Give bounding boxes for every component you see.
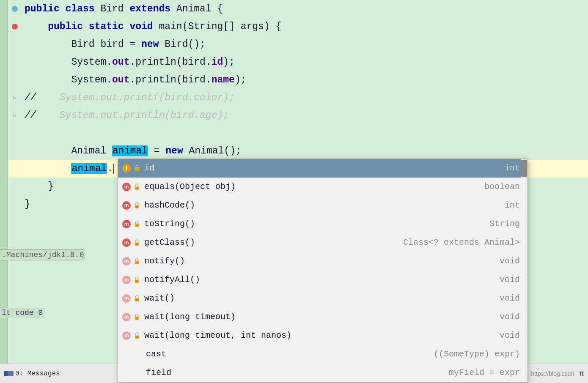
gutter-arrow-6: ▷	[13, 90, 16, 106]
ac-type-9: void	[500, 328, 523, 343]
editor-area: public class Bird extends Animal { publi…	[0, 0, 588, 364]
ac-name-0: id	[144, 161, 505, 176]
ac-lock-8: 🔒	[132, 313, 141, 321]
autocomplete-popup[interactable]: f 🔒 id int m 🔒 equals(Object obj) boolea…	[118, 159, 528, 383]
ac-icon-m-2: m	[122, 201, 131, 210]
ac-type-3: String	[489, 216, 523, 232]
ac-item-4[interactable]: m 🔒 getClass() Class<? extends Animal>	[118, 233, 528, 252]
ac-name-4: getClass()	[144, 235, 403, 250]
ac-icons-6: m 🔒	[122, 276, 141, 284]
gutter-1	[8, 6, 21, 12]
ac-item-1[interactable]: m 🔒 equals(Object obj) boolean	[118, 178, 528, 196]
status-text: lt code 0	[2, 309, 43, 317]
code-line-4: System.out.println(bird.id);	[8, 53, 588, 71]
ac-lock-9: 🔒	[132, 331, 141, 340]
line-content-3: Bird bird = new Bird();	[21, 36, 206, 52]
ac-item-6[interactable]: m 🔒 notifyAll() void	[118, 271, 528, 289]
ac-icons-3: m 🔒	[122, 220, 141, 228]
ac-type-11: myField = expr	[449, 365, 523, 380]
line-content-11: }	[21, 178, 54, 194]
ac-item-11[interactable]: field myField = expr	[118, 364, 528, 382]
gutter-dot-2	[12, 24, 18, 30]
jdk-path-text: .Machines/jdk1.8.0_1	[2, 251, 85, 259]
ac-lock-3: 🔒	[132, 220, 141, 228]
ac-icon-m-8: m	[122, 313, 131, 321]
ac-name-8: wait(long timeout)	[144, 309, 500, 325]
ac-icons-9: m 🔒	[122, 331, 141, 340]
code-line-7: ▷ // System.out.println(bird.age);	[8, 107, 588, 124]
ac-type-10: ((SomeType) expr)	[434, 347, 523, 362]
line-content-8	[21, 125, 30, 141]
ac-icons-0: f 🔒	[122, 164, 141, 172]
ac-name-1: equals(Object obj)	[144, 179, 484, 194]
ac-item-9[interactable]: m 🔒 wait(long timeout, int nanos) void	[118, 326, 528, 345]
ac-icon-m-1: m	[122, 183, 131, 191]
line-content-10: animal.	[21, 161, 114, 177]
code-line-3: Bird bird = new Bird();	[8, 36, 588, 53]
ac-name-2: hashCode()	[144, 198, 505, 213]
ac-item-0[interactable]: f 🔒 id int	[118, 159, 528, 178]
code-line-1: public class Bird extends Animal {	[8, 0, 588, 18]
svg-rect-1	[4, 371, 8, 376]
line-content-12: }	[21, 196, 30, 212]
code-line-6: ▷ // System.out.printf(bird.color);	[8, 89, 588, 107]
gutter-arrow-1	[12, 6, 18, 12]
gutter-6: ▷	[8, 90, 21, 106]
messages-label: 0: Messages	[15, 370, 60, 378]
ac-item-10[interactable]: cast ((SomeType) expr)	[118, 345, 528, 364]
ac-scrollbar[interactable]	[521, 159, 528, 178]
ac-type-4: Class<? extends Animal>	[403, 235, 523, 250]
messages-section[interactable]: 0: Messages	[4, 370, 60, 378]
ac-icon-m-4: m	[122, 238, 131, 247]
code-line-2: public static void main(String[] args) {	[8, 18, 588, 36]
ac-icons-4: m 🔒	[122, 238, 141, 247]
pi-icon: π	[579, 369, 584, 378]
ac-icon-m-7: m	[122, 294, 131, 303]
ac-item-8[interactable]: m 🔒 wait(long timeout) void	[118, 308, 528, 326]
messages-icon	[4, 370, 14, 377]
ac-lock-1: 🔒	[132, 183, 141, 191]
line-content-5: System.out.println(bird.name);	[21, 72, 247, 88]
ac-name-11: field	[146, 365, 449, 380]
code-line-9: Animal animal = new Animal();	[8, 142, 588, 160]
line-content-7: // System.out.println(bird.age);	[21, 107, 229, 123]
line-content-2: public static void main(String[] args) {	[21, 19, 281, 35]
ac-icon-m-9: m	[122, 331, 131, 340]
ac-item-7[interactable]: m 🔒 wait() void	[118, 289, 528, 308]
ac-type-7: void	[500, 291, 523, 306]
ac-scrollbar-thumb	[521, 160, 527, 177]
status-label: lt code 0	[0, 308, 44, 318]
line-content-6: // System.out.printf(bird.color);	[21, 90, 235, 106]
ac-name-10: cast	[146, 347, 434, 362]
code-line-5: System.out.println(bird.name);	[8, 71, 588, 89]
ac-type-2: int	[505, 198, 523, 213]
gutter-2	[8, 24, 21, 30]
ac-lock-6: 🔒	[132, 276, 141, 284]
ac-item-5[interactable]: m 🔒 notify() void	[118, 252, 528, 271]
ac-icons-8: m 🔒	[122, 313, 141, 321]
gutter-arrow-7: ▷	[13, 107, 16, 123]
ac-lock-5: 🔒	[132, 257, 141, 265]
gutter-7: ▷	[8, 107, 21, 123]
line-content-9: Animal animal = new Animal();	[21, 143, 242, 159]
ac-type-8: void	[500, 309, 523, 325]
bottom-right-text: https://blog.csdn	[531, 370, 574, 377]
ac-icons-2: m 🔒	[122, 201, 141, 210]
ac-lock-4: 🔒	[132, 238, 141, 247]
code-line-8	[8, 124, 588, 142]
ac-type-1: boolean	[484, 179, 523, 194]
ac-lock-7: 🔒	[132, 294, 141, 303]
ac-lock-0: 🔒	[132, 164, 141, 172]
ac-icon-m-3: m	[122, 220, 131, 228]
ac-name-6: notifyAll()	[144, 272, 500, 287]
ac-icon-f-0: f	[122, 164, 131, 172]
ac-icon-m-6: m	[122, 276, 131, 284]
ac-item-2[interactable]: m 🔒 hashCode() int	[118, 196, 528, 215]
line-content-4: System.out.println(bird.id);	[21, 54, 235, 70]
ac-type-6: void	[500, 272, 523, 287]
ac-icons-5: m 🔒	[122, 257, 141, 265]
ac-name-7: wait()	[144, 291, 500, 306]
ac-icons-7: m 🔒	[122, 294, 141, 303]
ac-icons-1: m 🔒	[122, 183, 141, 191]
ac-item-3[interactable]: m 🔒 toString() String	[118, 215, 528, 233]
